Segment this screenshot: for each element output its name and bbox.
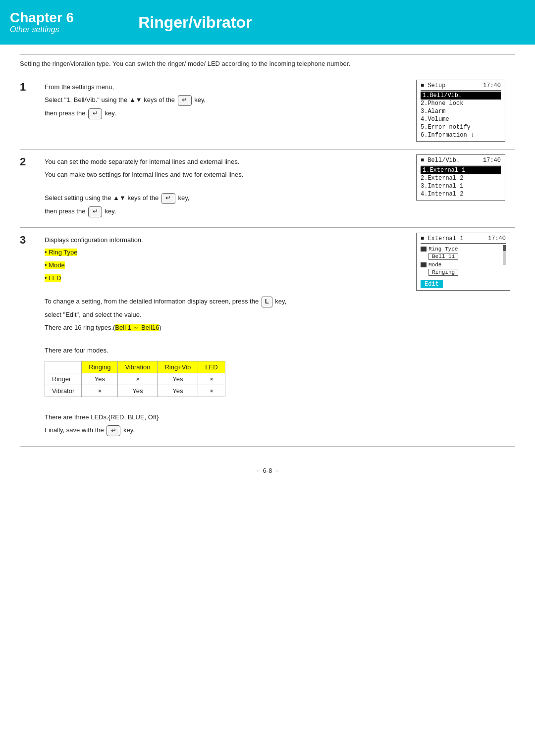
page-header: Chapter 6 Other settings Ringer/vibrator (0, 0, 535, 45)
step-3-number: 3 (20, 233, 40, 247)
step3-save: Finally, save with the ↵ key. (45, 425, 406, 436)
chapter-block: Chapter 6 Other settings (10, 10, 74, 35)
chapter-title: Chapter 6 (10, 10, 74, 26)
step2-line3: Select setting using the ▲▼ keys of the … (45, 193, 406, 204)
led-label: • LED (45, 274, 61, 282)
table-row-vibrator: Vibrator × Yes Yes × (45, 385, 225, 397)
vibrator-vibration: Yes (118, 385, 158, 397)
screen1-icon: ■ Setup (421, 82, 445, 89)
ring-range-label: Bell 1 ～ Bell16 (115, 324, 159, 331)
mode-icon (421, 262, 427, 267)
modes-table: Ringing Vibration Ring+Vib LED Ringer Ye… (45, 361, 225, 397)
table-col-vibration: Vibration (118, 361, 158, 373)
step-1-row: 1 From the settings menu, Select "1. Bel… (20, 75, 515, 150)
screen3-header: ■ External 1 17:40 (421, 235, 506, 244)
step2-line1: You can set the mode separately for inte… (45, 157, 406, 167)
l-key-icon: L (262, 297, 272, 307)
screen3-ring-value: Bell 11 (428, 253, 458, 260)
scrollbar (503, 245, 506, 265)
table-col-empty (45, 361, 82, 373)
intro-text: Setting the ringer/vibration type. You c… (20, 54, 515, 67)
screen2-header: ■ Bell/Vib. 17:40 (421, 157, 501, 165)
vibrator-ringvib: Yes (158, 385, 198, 397)
step3-modes-intro: There are four modes. (45, 346, 406, 356)
step-2-row: 2 You can set the mode separately for in… (20, 150, 515, 228)
step-1-screen: ■ Setup 17:40 1.Bell/Vib. 2.Phone lock 3… (416, 80, 515, 142)
screen-2: ■ Bell/Vib. 17:40 1.External 1 2.Externa… (416, 154, 505, 201)
nav-key2-icon: ↵ (161, 193, 175, 204)
screen3-time: 17:40 (488, 235, 506, 242)
vibrator-ringing: × (82, 385, 118, 397)
mode-label: • Mode (45, 261, 65, 269)
step3-change-line: To change a setting, from the detailed i… (45, 297, 406, 307)
screen3-ring-label: Ring Type (428, 246, 458, 252)
updown-icon: ▲▼ (113, 194, 126, 202)
screen1-item-1: 1.Bell/Vib. (421, 92, 501, 100)
step-2-content: You can set the mode separately for inte… (40, 154, 406, 220)
enter-key2-icon: ↵ (88, 206, 102, 217)
screen3-items: Ring Type Bell 11 Mode Ringing (421, 245, 501, 288)
table-col-ringvib: Ring+Vib (158, 361, 198, 373)
step3-intro: Displays configuration information. (45, 235, 406, 246)
step3-select-line: select "Edit", and select the value. (45, 310, 406, 320)
step-1-number: 1 (20, 80, 40, 94)
scrollbar-thumb (503, 245, 506, 251)
chapter-subtitle: Other settings (10, 25, 74, 34)
nav-key-icon: ↵ (178, 95, 192, 106)
ringer-led: × (198, 373, 225, 385)
main-content: Setting the ringer/vibration type. You c… (0, 45, 535, 456)
step-2-number: 2 (20, 154, 40, 168)
screen2-item-3: 3.Internal 1 (421, 182, 501, 190)
screen3-mode-label: Mode (428, 262, 441, 268)
screen3-ringtype-row: Ring Type (421, 246, 501, 252)
screen1-item-2: 2.Phone lock (421, 100, 501, 107)
step1-line2: Select "1. Bell/Vib." using the ▲▼ keys … (45, 95, 406, 106)
screen1-header: ■ Setup 17:40 (421, 82, 501, 91)
screen3-icon: ■ External 1 (421, 235, 463, 242)
screen2-item-4: 4.Internal 2 (421, 190, 501, 198)
screen2-item-2: 2.External 2 (421, 174, 501, 182)
screen1-item-6: 6.Information ↓ (421, 131, 501, 139)
step1-line3: then press the ↵ key. (45, 108, 406, 119)
step-3-content: Displays configuration information. • Ri… (40, 233, 406, 439)
table-row-ringer: Ringer Yes × Yes × (45, 373, 225, 385)
screen3-mode-value: Ringing (428, 269, 458, 276)
ringer-vibration: × (118, 373, 158, 385)
screen3-mode-row: Mode (421, 262, 501, 268)
screen2-time: 17:40 (483, 157, 501, 164)
step3-bullet2: • Mode (45, 260, 406, 271)
screen3-ringvalue-row: Bell 11 (428, 253, 501, 260)
table-col-ringing: Ringing (82, 361, 118, 373)
step1-line1: From the settings menu, (45, 82, 406, 93)
page-footer: － 6-8 － (0, 456, 535, 480)
screen3-edit-row: Edit (421, 278, 501, 288)
step3-leds: There are three LEDs.{RED, BLUE, Off} (45, 412, 406, 423)
enter-key-icon: ↵ (88, 108, 102, 119)
step2-line4: then press the ↵ key. (45, 206, 406, 217)
screen3-body: Ring Type Bell 11 Mode Ringing (421, 245, 506, 288)
step3-bullet3: • LED (45, 273, 406, 284)
screen1-item-5: 5.Error notify (421, 123, 501, 131)
screen-3: ■ External 1 17:40 Ring Type Bell 11 (416, 233, 510, 291)
up-arrow-icon: ▲▼ (129, 96, 142, 103)
step3-ring-types: There are 16 ring types.(Bell 1 ～ Bell16… (45, 323, 406, 333)
vibrator-label: Vibrator (45, 385, 82, 397)
screen1-item-4: 4.Volume (421, 115, 501, 123)
ringer-label: Ringer (45, 373, 82, 385)
screen1-time: 17:40 (483, 82, 501, 89)
save-key-icon: ↵ (107, 425, 120, 436)
step-3-row: 3 Displays configuration information. • … (20, 228, 515, 447)
step-1-content: From the settings menu, Select "1. Bell/… (40, 80, 406, 122)
screen3-edit-button[interactable]: Edit (421, 280, 443, 288)
screen1-item-3: 3.Alarm (421, 107, 501, 115)
ringer-ringvib: Yes (158, 373, 198, 385)
step2-line2: You can make two settings for internal l… (45, 170, 406, 180)
step3-bullet1: • Ring Type (45, 248, 406, 258)
screen2-item-1: 1.External 1 (421, 166, 501, 174)
step-3-screen: ■ External 1 17:40 Ring Type Bell 11 (416, 233, 515, 291)
table-col-led: LED (198, 361, 225, 373)
step-2-screen: ■ Bell/Vib. 17:40 1.External 1 2.Externa… (416, 154, 515, 201)
screen-1: ■ Setup 17:40 1.Bell/Vib. 2.Phone lock 3… (416, 80, 505, 142)
ringer-ringing: Yes (82, 373, 118, 385)
screen3-modevalue-row: Ringing (428, 269, 501, 276)
